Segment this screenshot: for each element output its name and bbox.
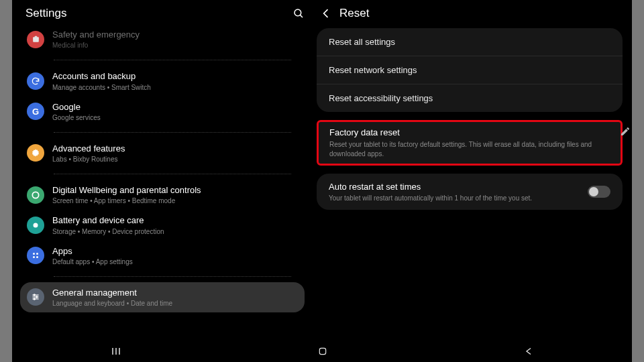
item-title: Safety and emergency — [52, 29, 140, 40]
svg-rect-2 — [33, 37, 39, 42]
item-title: Battery and device care — [52, 215, 164, 226]
gear-icon — [27, 144, 44, 162]
back-button[interactable] — [523, 347, 535, 356]
svg-point-16 — [34, 298, 35, 300]
detail-header: Reset — [315, 0, 625, 28]
item-title: Advanced features — [52, 143, 125, 154]
item-sub: Screen time • App timers • Bedtime mode — [52, 197, 201, 204]
item-title: Accounts and backup — [52, 71, 151, 82]
settings-item-accounts[interactable]: Accounts and backup Manage accounts • Sm… — [20, 66, 305, 96]
item-sub: Storage • Memory • Device protection — [52, 228, 164, 235]
settings-pane: Settings Safety and emergency Medical in… — [12, 0, 315, 362]
item-title: Google — [52, 102, 101, 113]
svg-point-8 — [36, 253, 38, 255]
auto-restart-title: Auto restart at set times — [329, 182, 532, 192]
svg-point-10 — [36, 256, 38, 258]
back-icon[interactable] — [319, 7, 333, 20]
svg-point-14 — [34, 294, 35, 296]
item-sub: Language and keyboard • Date and time — [52, 300, 172, 307]
edit-icon[interactable] — [620, 126, 631, 137]
item-sub: Default apps • App settings — [52, 258, 133, 265]
item-sub: Manage accounts • Smart Switch — [52, 84, 151, 91]
item-title: Apps — [52, 246, 133, 257]
settings-item-wellbeing[interactable]: Digital Wellbeing and parental controls … — [20, 180, 305, 210]
auto-restart-desc: Your tablet will restart automatically w… — [329, 194, 532, 202]
svg-point-6 — [34, 223, 38, 227]
settings-item-battery[interactable]: Battery and device care Storage • Memory… — [20, 210, 305, 240]
wellbeing-icon — [27, 186, 44, 204]
svg-point-5 — [32, 192, 38, 198]
svg-line-1 — [300, 15, 303, 17]
svg-point-0 — [294, 9, 301, 16]
sliders-icon — [27, 288, 44, 306]
sync-icon — [27, 72, 44, 90]
detail-title: Reset — [339, 7, 369, 20]
factory-reset-desc: Reset your tablet to its factory default… — [329, 140, 610, 158]
divider — [54, 132, 291, 133]
item-title: Digital Wellbeing and parental controls — [52, 185, 201, 196]
settings-title: Settings — [25, 7, 66, 20]
device-frame: Settings Safety and emergency Medical in… — [12, 0, 632, 362]
reset-network-settings[interactable]: Reset network settings — [317, 56, 623, 84]
item-sub: Google services — [52, 114, 101, 121]
reset-all-settings[interactable]: Reset all settings — [317, 28, 623, 56]
settings-item-general[interactable]: General management Language and keyboard… — [20, 282, 305, 312]
svg-point-9 — [33, 256, 35, 258]
settings-list[interactable]: Safety and emergency Medical info Accoun… — [12, 24, 315, 318]
factory-reset-title: Factory data reset — [329, 127, 610, 137]
navigation-bar — [12, 341, 632, 362]
item-sub: Labs • Bixby Routines — [52, 156, 125, 163]
home-button[interactable] — [317, 346, 328, 357]
apps-icon — [27, 247, 44, 264]
recent-apps-button[interactable] — [109, 347, 123, 356]
google-icon: G — [27, 103, 44, 120]
detail-pane: Reset Reset all settings Reset network s… — [315, 0, 632, 362]
divider — [54, 60, 291, 60]
svg-rect-3 — [34, 36, 36, 38]
settings-header: Settings — [12, 0, 315, 27]
reset-options-card: Reset all settings Reset network setting… — [317, 28, 623, 112]
svg-rect-20 — [319, 348, 325, 354]
safety-icon — [27, 31, 44, 48]
settings-item-safety[interactable]: Safety and emergency Medical info — [20, 24, 305, 54]
svg-point-7 — [33, 253, 35, 255]
settings-item-google[interactable]: G Google Google services — [20, 97, 305, 127]
device-care-icon — [27, 217, 44, 234]
auto-restart-toggle[interactable] — [588, 186, 610, 198]
auto-restart[interactable]: Auto restart at set times Your tablet wi… — [317, 174, 623, 210]
divider — [54, 276, 291, 277]
svg-point-15 — [36, 296, 38, 298]
search-icon[interactable] — [292, 7, 305, 19]
divider — [54, 174, 291, 174]
settings-item-advanced[interactable]: Advanced features Labs • Bixby Routines — [20, 138, 305, 168]
item-title: General management — [52, 288, 172, 298]
reset-accessibility-settings[interactable]: Reset accessibility settings — [317, 84, 623, 112]
factory-data-reset[interactable]: Factory data reset Reset your tablet to … — [317, 120, 623, 166]
item-sub: Medical info — [52, 42, 140, 49]
settings-item-apps[interactable]: Apps Default apps • App settings — [20, 241, 305, 271]
